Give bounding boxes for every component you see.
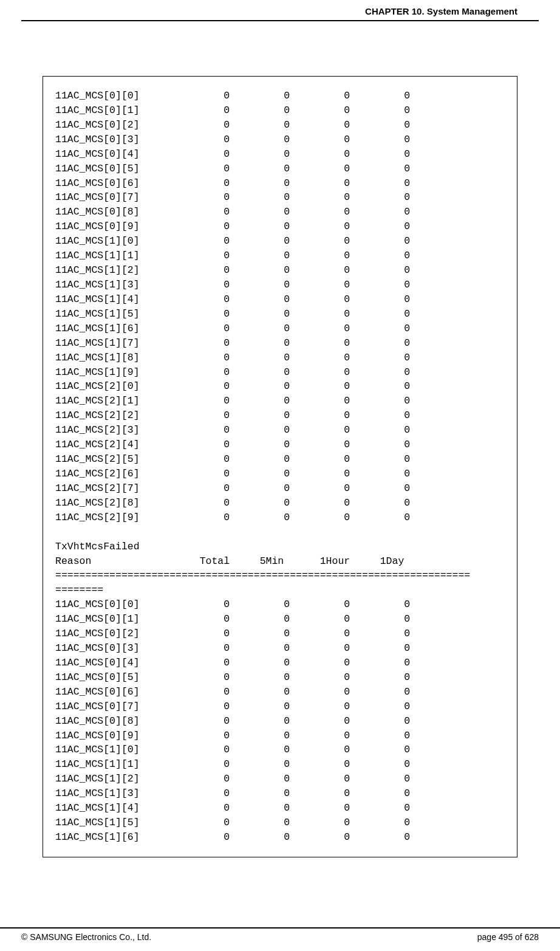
copyright-text: © SAMSUNG Electronics Co., Ltd.: [21, 932, 151, 942]
page-footer: © SAMSUNG Electronics Co., Ltd. page 495…: [0, 927, 560, 942]
chapter-title: CHAPTER 10. System Management: [365, 6, 517, 16]
page-header: CHAPTER 10. System Management: [21, 0, 539, 21]
page-number: page 495 of 628: [477, 932, 539, 942]
terminal-text: 11AC_MCS[0][0] 0 0 0 0 11AC_MCS[0][1] 0 …: [55, 89, 505, 845]
terminal-output-box: 11AC_MCS[0][0] 0 0 0 0 11AC_MCS[0][1] 0 …: [43, 76, 517, 857]
